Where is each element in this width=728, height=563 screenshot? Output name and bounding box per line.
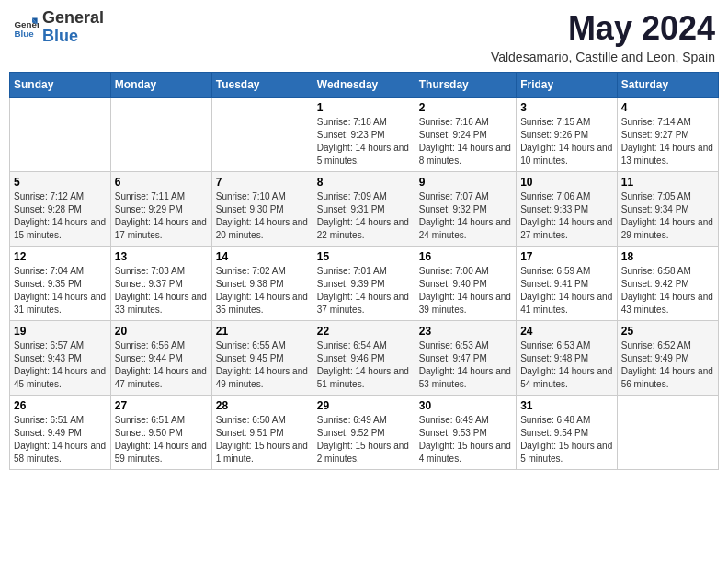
day-number: 1 (317, 101, 411, 114)
day-info: Sunrise: 7:05 AMSunset: 9:34 PMDaylight:… (621, 190, 714, 242)
logo-blue: Blue (42, 28, 104, 46)
location-subtitle: Valdesamario, Castille and Leon, Spain (491, 50, 715, 64)
calendar-cell (617, 396, 718, 470)
day-info: Sunrise: 6:57 AMSunset: 9:43 PMDaylight:… (14, 339, 107, 391)
calendar-cell: 1Sunrise: 7:18 AMSunset: 9:23 PMDaylight… (313, 98, 415, 172)
day-info: Sunrise: 7:11 AMSunset: 9:29 PMDaylight:… (115, 190, 208, 242)
day-number: 14 (216, 250, 309, 263)
day-info: Sunrise: 6:58 AMSunset: 9:42 PMDaylight:… (621, 265, 714, 316)
calendar-week-row: 26Sunrise: 6:51 AMSunset: 9:49 PMDayligh… (10, 396, 719, 470)
day-number: 2 (419, 101, 512, 114)
day-info: Sunrise: 6:55 AMSunset: 9:45 PMDaylight:… (216, 339, 309, 391)
logo-general: General (42, 9, 104, 28)
day-number: 27 (115, 399, 208, 412)
calendar-cell: 16Sunrise: 7:00 AMSunset: 9:40 PMDayligh… (415, 247, 516, 321)
calendar-cell: 18Sunrise: 6:58 AMSunset: 9:42 PMDayligh… (617, 247, 718, 321)
day-number: 30 (419, 399, 512, 412)
day-number: 26 (14, 399, 107, 412)
day-number: 21 (216, 325, 309, 338)
calendar-cell: 23Sunrise: 6:53 AMSunset: 9:47 PMDayligh… (415, 321, 516, 396)
calendar-cell (211, 98, 313, 172)
calendar-cell: 14Sunrise: 7:02 AMSunset: 9:38 PMDayligh… (211, 247, 313, 321)
day-info: Sunrise: 7:02 AMSunset: 9:38 PMDaylight:… (216, 265, 309, 316)
day-number: 16 (419, 250, 512, 263)
calendar-cell: 28Sunrise: 6:50 AMSunset: 9:51 PMDayligh… (211, 396, 313, 470)
day-info: Sunrise: 6:49 AMSunset: 9:53 PMDaylight:… (419, 414, 512, 465)
calendar-cell: 19Sunrise: 6:57 AMSunset: 9:43 PMDayligh… (10, 321, 111, 396)
svg-text:Blue: Blue (14, 29, 34, 39)
day-number: 6 (115, 176, 208, 189)
day-info: Sunrise: 7:18 AMSunset: 9:23 PMDaylight:… (317, 116, 411, 167)
day-number: 7 (216, 176, 309, 189)
calendar-cell: 30Sunrise: 6:49 AMSunset: 9:53 PMDayligh… (415, 396, 516, 470)
day-number: 19 (14, 325, 107, 338)
calendar-cell: 6Sunrise: 7:11 AMSunset: 9:29 PMDaylight… (110, 172, 211, 247)
calendar-cell: 12Sunrise: 7:04 AMSunset: 9:35 PMDayligh… (10, 247, 111, 321)
day-of-week-header: Friday (517, 73, 618, 98)
day-number: 13 (115, 250, 208, 263)
day-info: Sunrise: 6:53 AMSunset: 9:47 PMDaylight:… (419, 339, 512, 391)
calendar-cell: 29Sunrise: 6:49 AMSunset: 9:52 PMDayligh… (313, 396, 415, 470)
day-number: 18 (621, 250, 714, 263)
day-number: 8 (317, 176, 411, 189)
day-number: 20 (115, 325, 208, 338)
day-info: Sunrise: 6:48 AMSunset: 9:54 PMDaylight:… (520, 414, 613, 465)
day-info: Sunrise: 7:10 AMSunset: 9:30 PMDaylight:… (216, 190, 309, 242)
calendar-cell: 27Sunrise: 6:51 AMSunset: 9:50 PMDayligh… (110, 396, 211, 470)
day-info: Sunrise: 6:51 AMSunset: 9:50 PMDaylight:… (115, 414, 208, 465)
title-block: May 2024 Valdesamario, Castille and Leon… (491, 9, 715, 64)
calendar-cell: 26Sunrise: 6:51 AMSunset: 9:49 PMDayligh… (10, 396, 111, 470)
day-number: 23 (419, 325, 512, 338)
day-info: Sunrise: 6:54 AMSunset: 9:46 PMDaylight:… (317, 339, 411, 391)
calendar-cell: 3Sunrise: 7:15 AMSunset: 9:26 PMDaylight… (517, 98, 618, 172)
day-number: 29 (317, 399, 411, 412)
calendar-cell: 20Sunrise: 6:56 AMSunset: 9:44 PMDayligh… (110, 321, 211, 396)
day-of-week-header: Thursday (415, 73, 516, 98)
day-of-week-header: Saturday (617, 73, 718, 98)
calendar-cell: 25Sunrise: 6:52 AMSunset: 9:49 PMDayligh… (617, 321, 718, 396)
day-info: Sunrise: 6:50 AMSunset: 9:51 PMDaylight:… (216, 414, 309, 465)
day-info: Sunrise: 7:14 AMSunset: 9:27 PMDaylight:… (621, 116, 714, 167)
calendar-cell: 10Sunrise: 7:06 AMSunset: 9:33 PMDayligh… (517, 172, 618, 247)
day-info: Sunrise: 7:04 AMSunset: 9:35 PMDaylight:… (14, 265, 107, 316)
logo-icon: General Blue (13, 15, 39, 40)
calendar-week-row: 1Sunrise: 7:18 AMSunset: 9:23 PMDaylight… (10, 98, 719, 172)
calendar-week-row: 12Sunrise: 7:04 AMSunset: 9:35 PMDayligh… (10, 247, 719, 321)
day-of-week-header: Monday (110, 73, 211, 98)
day-number: 9 (419, 176, 512, 189)
day-info: Sunrise: 7:09 AMSunset: 9:31 PMDaylight:… (317, 190, 411, 242)
calendar-cell: 22Sunrise: 6:54 AMSunset: 9:46 PMDayligh… (313, 321, 415, 396)
day-info: Sunrise: 7:01 AMSunset: 9:39 PMDaylight:… (317, 265, 411, 316)
day-number: 3 (520, 101, 613, 114)
day-info: Sunrise: 7:06 AMSunset: 9:33 PMDaylight:… (520, 190, 613, 242)
day-number: 12 (14, 250, 107, 263)
day-info: Sunrise: 7:15 AMSunset: 9:26 PMDaylight:… (520, 116, 613, 167)
calendar-cell: 24Sunrise: 6:53 AMSunset: 9:48 PMDayligh… (517, 321, 618, 396)
calendar-table: SundayMondayTuesdayWednesdayThursdayFrid… (9, 72, 719, 470)
day-info: Sunrise: 6:52 AMSunset: 9:49 PMDaylight:… (621, 339, 714, 391)
calendar-cell: 2Sunrise: 7:16 AMSunset: 9:24 PMDaylight… (415, 98, 516, 172)
calendar-week-row: 5Sunrise: 7:12 AMSunset: 9:28 PMDaylight… (10, 172, 719, 247)
calendar-cell: 5Sunrise: 7:12 AMSunset: 9:28 PMDaylight… (10, 172, 111, 247)
day-info: Sunrise: 7:12 AMSunset: 9:28 PMDaylight:… (14, 190, 107, 242)
day-number: 17 (520, 250, 613, 263)
calendar-cell: 13Sunrise: 7:03 AMSunset: 9:37 PMDayligh… (110, 247, 211, 321)
calendar-cell: 7Sunrise: 7:10 AMSunset: 9:30 PMDaylight… (211, 172, 313, 247)
calendar-cell: 9Sunrise: 7:07 AMSunset: 9:32 PMDaylight… (415, 172, 516, 247)
calendar-cell: 4Sunrise: 7:14 AMSunset: 9:27 PMDaylight… (617, 98, 718, 172)
day-of-week-header: Tuesday (211, 73, 313, 98)
day-info: Sunrise: 7:07 AMSunset: 9:32 PMDaylight:… (419, 190, 512, 242)
day-info: Sunrise: 7:00 AMSunset: 9:40 PMDaylight:… (419, 265, 512, 316)
logo: General Blue General Blue (13, 9, 104, 46)
calendar-cell: 11Sunrise: 7:05 AMSunset: 9:34 PMDayligh… (617, 172, 718, 247)
calendar-cell (110, 98, 211, 172)
calendar-week-row: 19Sunrise: 6:57 AMSunset: 9:43 PMDayligh… (10, 321, 719, 396)
day-number: 22 (317, 325, 411, 338)
day-number: 10 (520, 176, 613, 189)
day-info: Sunrise: 6:53 AMSunset: 9:48 PMDaylight:… (520, 339, 613, 391)
calendar-cell: 31Sunrise: 6:48 AMSunset: 9:54 PMDayligh… (517, 396, 618, 470)
day-info: Sunrise: 6:59 AMSunset: 9:41 PMDaylight:… (520, 265, 613, 316)
calendar-cell: 8Sunrise: 7:09 AMSunset: 9:31 PMDaylight… (313, 172, 415, 247)
day-of-week-header: Sunday (10, 73, 111, 98)
day-info: Sunrise: 6:56 AMSunset: 9:44 PMDaylight:… (115, 339, 208, 391)
